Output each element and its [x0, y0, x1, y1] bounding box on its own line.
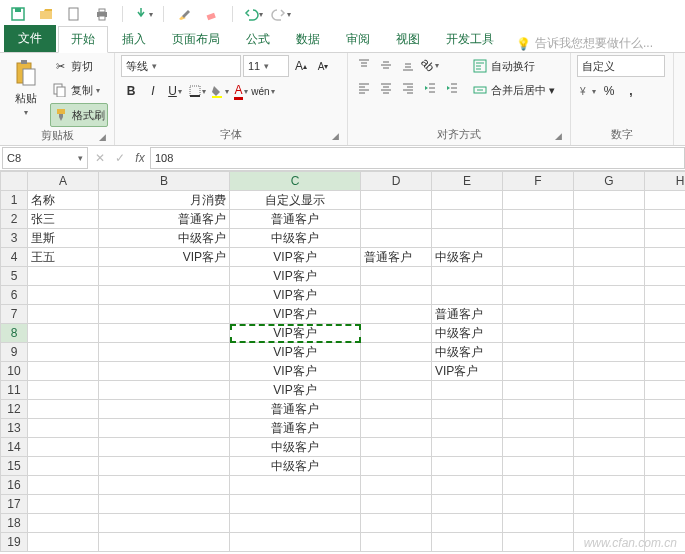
cell-F11[interactable] — [503, 381, 574, 400]
cell-F8[interactable] — [503, 324, 574, 343]
cell-C16[interactable] — [230, 476, 361, 495]
cell-H11[interactable] — [645, 381, 686, 400]
cell-D18[interactable] — [361, 514, 432, 533]
cell-D1[interactable] — [361, 191, 432, 210]
cell-C8[interactable]: VIP客户 — [230, 324, 361, 343]
cell-E16[interactable] — [432, 476, 503, 495]
cell-F4[interactable] — [503, 248, 574, 267]
cell-G19[interactable] — [574, 533, 645, 552]
cell-B18[interactable] — [99, 514, 230, 533]
cell-F1[interactable] — [503, 191, 574, 210]
cell-D6[interactable] — [361, 286, 432, 305]
new-icon[interactable] — [62, 2, 86, 26]
align-center-button[interactable] — [376, 78, 396, 98]
cell-A4[interactable]: 王五 — [28, 248, 99, 267]
col-header-H[interactable]: H — [645, 172, 686, 191]
cell-F19[interactable] — [503, 533, 574, 552]
phonetic-button[interactable]: wén▾ — [253, 81, 273, 101]
cell-B9[interactable] — [99, 343, 230, 362]
cell-D16[interactable] — [361, 476, 432, 495]
align-middle-button[interactable] — [376, 55, 396, 75]
percent-button[interactable]: % — [599, 81, 619, 101]
cell-E2[interactable] — [432, 210, 503, 229]
cell-A16[interactable] — [28, 476, 99, 495]
align-bottom-button[interactable] — [398, 55, 418, 75]
cell-C19[interactable] — [230, 533, 361, 552]
row-header-19[interactable]: 19 — [1, 533, 28, 552]
cell-B15[interactable] — [99, 457, 230, 476]
row-header-15[interactable]: 15 — [1, 457, 28, 476]
cell-G9[interactable] — [574, 343, 645, 362]
fill-color-button[interactable]: ▾ — [209, 81, 229, 101]
save-icon[interactable] — [6, 2, 30, 26]
cell-G12[interactable] — [574, 400, 645, 419]
select-all-corner[interactable] — [1, 172, 28, 191]
cell-A7[interactable] — [28, 305, 99, 324]
cell-A15[interactable] — [28, 457, 99, 476]
cell-F10[interactable] — [503, 362, 574, 381]
cell-A2[interactable]: 张三 — [28, 210, 99, 229]
tab-1[interactable]: 插入 — [110, 27, 158, 52]
cell-A3[interactable]: 里斯 — [28, 229, 99, 248]
cell-G8[interactable] — [574, 324, 645, 343]
cell-G17[interactable] — [574, 495, 645, 514]
cell-B14[interactable] — [99, 438, 230, 457]
increase-indent-button[interactable] — [442, 78, 462, 98]
cell-G6[interactable] — [574, 286, 645, 305]
cell-D13[interactable] — [361, 419, 432, 438]
row-header-3[interactable]: 3 — [1, 229, 28, 248]
cell-C7[interactable]: VIP客户 — [230, 305, 361, 324]
cell-E10[interactable]: VIP客户 — [432, 362, 503, 381]
cell-F7[interactable] — [503, 305, 574, 324]
cut-button[interactable]: ✂剪切 — [50, 55, 108, 77]
cell-A17[interactable] — [28, 495, 99, 514]
cell-G3[interactable] — [574, 229, 645, 248]
cell-H8[interactable] — [645, 324, 686, 343]
cell-A19[interactable] — [28, 533, 99, 552]
cell-D2[interactable] — [361, 210, 432, 229]
open-icon[interactable] — [34, 2, 58, 26]
undo-icon[interactable]: ▾ — [241, 2, 265, 26]
grow-font-button[interactable]: A▴ — [291, 56, 311, 76]
cell-E14[interactable] — [432, 438, 503, 457]
cell-C3[interactable]: 中级客户 — [230, 229, 361, 248]
print-icon[interactable] — [90, 2, 114, 26]
cell-E8[interactable]: 中级客户 — [432, 324, 503, 343]
cell-D12[interactable] — [361, 400, 432, 419]
align-right-button[interactable] — [398, 78, 418, 98]
border-button[interactable]: ▾ — [187, 81, 207, 101]
cell-B1[interactable]: 月消费 — [99, 191, 230, 210]
cell-C5[interactable]: VIP客户 — [230, 267, 361, 286]
decrease-indent-button[interactable] — [420, 78, 440, 98]
cell-F12[interactable] — [503, 400, 574, 419]
cell-A11[interactable] — [28, 381, 99, 400]
align-left-button[interactable] — [354, 78, 374, 98]
cell-B6[interactable] — [99, 286, 230, 305]
cell-C12[interactable]: 普通客户 — [230, 400, 361, 419]
cell-G4[interactable] — [574, 248, 645, 267]
underline-button[interactable]: U▾ — [165, 81, 185, 101]
cell-A12[interactable] — [28, 400, 99, 419]
cell-E6[interactable] — [432, 286, 503, 305]
row-header-4[interactable]: 4 — [1, 248, 28, 267]
cell-F6[interactable] — [503, 286, 574, 305]
cell-E1[interactable] — [432, 191, 503, 210]
cell-C15[interactable]: 中级客户 — [230, 457, 361, 476]
cell-H9[interactable] — [645, 343, 686, 362]
cell-H12[interactable] — [645, 400, 686, 419]
tab-6[interactable]: 视图 — [384, 27, 432, 52]
cell-B11[interactable] — [99, 381, 230, 400]
cell-E9[interactable]: 中级客户 — [432, 343, 503, 362]
cell-E13[interactable] — [432, 419, 503, 438]
cell-B4[interactable]: VIP客户 — [99, 248, 230, 267]
cell-E19[interactable] — [432, 533, 503, 552]
cell-E17[interactable] — [432, 495, 503, 514]
cell-G11[interactable] — [574, 381, 645, 400]
col-header-A[interactable]: A — [28, 172, 99, 191]
cell-G16[interactable] — [574, 476, 645, 495]
merge-center-button[interactable]: 合并后居中▾ — [470, 79, 557, 101]
cell-E4[interactable]: 中级客户 — [432, 248, 503, 267]
row-header-8[interactable]: 8 — [1, 324, 28, 343]
cell-C11[interactable]: VIP客户 — [230, 381, 361, 400]
cell-H2[interactable] — [645, 210, 686, 229]
